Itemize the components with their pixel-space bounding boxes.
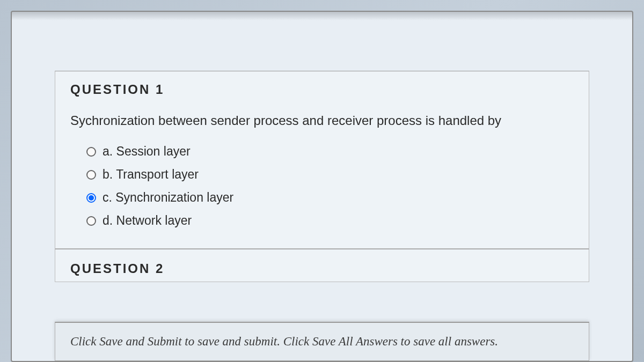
quiz-frame: QUESTION 1 Sychronization between sender… bbox=[11, 11, 633, 362]
option-c-text: Synchronization layer bbox=[115, 190, 233, 204]
option-a-row[interactable]: a. Session layer bbox=[86, 140, 574, 163]
option-d-radio[interactable] bbox=[86, 216, 96, 226]
question-1-body: Sychronization between sender process an… bbox=[55, 101, 589, 248]
option-b-text: Transport layer bbox=[116, 167, 199, 181]
question-1-prompt: Sychronization between sender process an… bbox=[70, 111, 574, 130]
question-1-header: QUESTION 1 bbox=[55, 71, 589, 101]
option-b-letter: b. bbox=[103, 167, 113, 181]
scroll-area[interactable]: QUESTION 1 Sychronization between sender… bbox=[12, 12, 632, 361]
footer-hint: Click Save and Submit to save and submit… bbox=[70, 335, 574, 349]
option-b-radio[interactable] bbox=[86, 170, 96, 180]
option-c-row[interactable]: c. Synchronization layer bbox=[86, 186, 574, 209]
option-c-radio[interactable] bbox=[86, 193, 96, 203]
option-a-text: Session layer bbox=[116, 144, 191, 158]
option-b-label[interactable]: b. Transport layer bbox=[103, 167, 199, 182]
question-1-block: QUESTION 1 Sychronization between sender… bbox=[55, 71, 589, 249]
option-d-text: Network layer bbox=[116, 213, 192, 227]
question-2-header: QUESTION 2 bbox=[55, 249, 589, 282]
question-1-options: a. Session layer b. Transport layer bbox=[70, 140, 574, 232]
option-a-letter: a. bbox=[103, 144, 113, 158]
question-1-title: QUESTION 1 bbox=[70, 82, 574, 97]
option-c-label[interactable]: c. Synchronization layer bbox=[103, 190, 233, 205]
question-2-block: QUESTION 2 bbox=[55, 249, 589, 282]
question-2-title: QUESTION 2 bbox=[70, 261, 574, 276]
option-b-row[interactable]: b. Transport layer bbox=[86, 163, 574, 186]
option-a-label[interactable]: a. Session layer bbox=[103, 144, 191, 159]
option-c-letter: c. bbox=[103, 190, 112, 204]
option-d-label[interactable]: d. Network layer bbox=[103, 213, 192, 228]
option-d-letter: d. bbox=[103, 213, 113, 227]
option-a-radio[interactable] bbox=[86, 147, 96, 157]
footer-bar: Click Save and Submit to save and submit… bbox=[55, 322, 589, 361]
option-d-row[interactable]: d. Network layer bbox=[86, 209, 574, 232]
